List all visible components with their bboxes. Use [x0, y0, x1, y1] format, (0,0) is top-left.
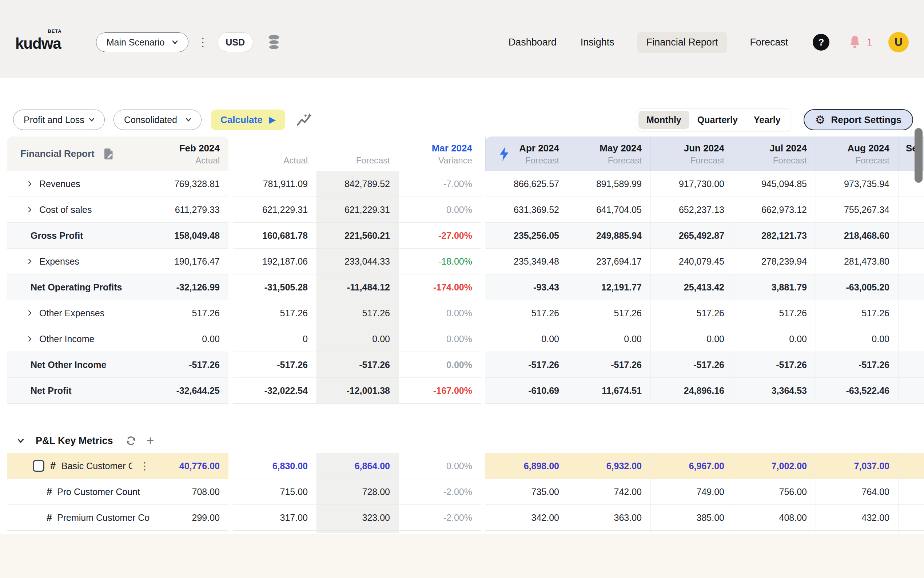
table-row: 00.000.00%: [233, 326, 481, 352]
expand-chevron-icon[interactable]: [26, 258, 34, 265]
forecast-value: 749.00: [651, 479, 733, 505]
forecast-value: 342.00: [485, 505, 568, 530]
metric-label: Basic Customer Count: [61, 461, 133, 471]
metric-label: Premium Customer Count: [57, 513, 150, 523]
metric-row: 342.00363.00385.00408.00432.00: [485, 505, 924, 531]
forecast-value: 517.26: [733, 300, 816, 326]
expand-chevron-icon[interactable]: [26, 335, 34, 343]
table-row: Other Income0.00: [7, 326, 228, 352]
feb-column-header: Feb 2024 Actual: [150, 141, 228, 166]
period-quarterly[interactable]: Quarterly: [689, 111, 746, 129]
clipped-cell: [485, 531, 568, 533]
forecast-value-cut: [898, 223, 924, 248]
expand-chevron-icon[interactable]: [26, 180, 34, 187]
clipped-cell: [733, 531, 816, 533]
row-checkbox[interactable]: [33, 460, 44, 472]
forecast-column-header: Jun 2024Forecast: [651, 136, 733, 171]
forecast-sub-label: Forecast: [608, 155, 642, 166]
row-label-cell: Net Other Income: [7, 352, 150, 377]
table-row: 866,625.57891,589.99917,730.00945,094.85…: [485, 171, 924, 197]
refresh-icon[interactable]: [125, 435, 137, 447]
feb-actual-value: 769,328.81: [150, 171, 228, 196]
forecast-value: 11,674.51: [568, 378, 651, 403]
forecast-value: 218,468.60: [816, 223, 898, 248]
beta-badge: BETA: [48, 28, 61, 34]
forecast-value: -517.26: [816, 352, 898, 377]
row-label-cell: Net Profit: [7, 378, 150, 403]
forecast-value: 7,002.00: [733, 453, 816, 479]
edit-report-icon[interactable]: [103, 148, 115, 161]
table-row: 192,187.06233,044.33-18.00%: [233, 248, 481, 274]
forecast-value-cut: [898, 453, 924, 479]
calculate-button[interactable]: Calculate ▶: [211, 110, 285, 130]
forecast-group-header: Apr 2024ForecastMay 2024ForecastJun 2024…: [485, 136, 924, 171]
expand-chevron-icon[interactable]: [26, 309, 34, 317]
clipped-cell: [399, 531, 481, 533]
row-label: Other Expenses: [39, 308, 104, 318]
scenario-menu-button[interactable]: ⋮: [197, 36, 209, 48]
row-menu-button[interactable]: ⋮: [140, 460, 150, 472]
nav-dashboard[interactable]: Dashboard: [507, 32, 558, 53]
forecast-sub-label: Forecast: [856, 155, 890, 166]
fixed-column-group: #Basic Customer Count⋮40,776.00#Pro Cust…: [7, 453, 228, 533]
nav-forecast[interactable]: Forecast: [748, 32, 790, 53]
expand-chevron-icon[interactable]: [26, 206, 34, 213]
nav-financial-report[interactable]: Financial Report: [637, 32, 728, 53]
forecast-value: -63,005.20: [816, 274, 898, 300]
forecast-month-label: Aug 2024: [847, 141, 890, 155]
forecast-value: 432.00: [816, 505, 898, 530]
forecast-sub-label: Forecast: [691, 155, 724, 166]
user-avatar[interactable]: U: [888, 32, 909, 52]
mar-variance-value: -174.00%: [399, 274, 481, 300]
hash-icon: #: [50, 460, 56, 472]
mar-forecast-header: Forecast: [317, 136, 399, 171]
metric-label-cell: #Pro Customer Count: [7, 479, 150, 505]
vertical-scrollbar[interactable]: [914, 128, 922, 183]
forecast-month-label: Jul 2024: [769, 141, 807, 155]
feb-actual-value: 299.00: [150, 505, 228, 530]
forecast-value: 282,121.73: [733, 223, 816, 248]
report-type-select[interactable]: Profit and Loss: [13, 110, 105, 130]
metric-row: 6,830.006,864.000.00%: [233, 453, 481, 479]
help-glyph: ?: [818, 37, 824, 48]
add-metric-button[interactable]: +: [147, 433, 154, 448]
scenario-select-value: Main Scenario: [107, 37, 165, 48]
row-label-cell: Other Expenses: [7, 300, 150, 326]
forecast-value-cut: [898, 352, 924, 377]
collapse-chevron-icon[interactable]: [16, 436, 26, 445]
forecast-value: 235,349.48: [485, 248, 568, 274]
period-yearly[interactable]: Yearly: [746, 111, 789, 129]
avatar-initial: U: [895, 36, 903, 49]
mar-actual-value: -31,505.28: [233, 274, 317, 300]
period-monthly[interactable]: Monthly: [638, 111, 689, 129]
trend-sparkle-icon[interactable]: [296, 112, 313, 127]
row-label: Revenues: [39, 179, 80, 189]
mar-actual-value: 6,830.00: [233, 453, 317, 479]
feb-actual-value: -32,644.25: [150, 378, 228, 403]
table-row: 621,229.31621,229.310.00%: [233, 197, 481, 223]
hash-icon: #: [47, 486, 52, 498]
forecast-value: -610.69: [485, 378, 568, 403]
report-settings-button[interactable]: ⚙ Report Settings: [804, 109, 913, 130]
forecast-value: 517.26: [816, 300, 898, 326]
mar-actual-value: 0: [233, 326, 317, 352]
metric-row: #Basic Customer Count⋮40,776.00: [7, 453, 228, 479]
currency-button[interactable]: USD: [218, 32, 253, 52]
scenario-select[interactable]: Main Scenario: [96, 32, 188, 52]
forecast-column-header: Aug 2024Forecast: [816, 136, 898, 171]
forecast-value: 517.26: [651, 300, 733, 326]
table-row: -32,022.54-12,001.38-167.00%: [233, 378, 481, 404]
mar-forecast-value: 233,044.33: [317, 248, 399, 274]
mar-forecast-sub: Forecast: [356, 155, 390, 166]
table-row: -517.26-517.260.00%: [233, 352, 481, 378]
mar-variance-value: -18.00%: [399, 248, 481, 274]
forecast-value: 3,364.53: [733, 378, 816, 403]
notifications[interactable]: 1: [848, 34, 872, 50]
consolidation-select[interactable]: Consolidated: [113, 110, 202, 130]
nav-insights[interactable]: Insights: [579, 32, 616, 53]
help-button[interactable]: ?: [813, 34, 829, 50]
table-row: Net Operating Profits-32,126.99: [7, 274, 228, 300]
data-sources-icon[interactable]: [266, 34, 282, 50]
mar-variance-value: 0.00%: [399, 352, 481, 377]
key-metrics-header: P&L Key Metrics +: [16, 433, 154, 448]
